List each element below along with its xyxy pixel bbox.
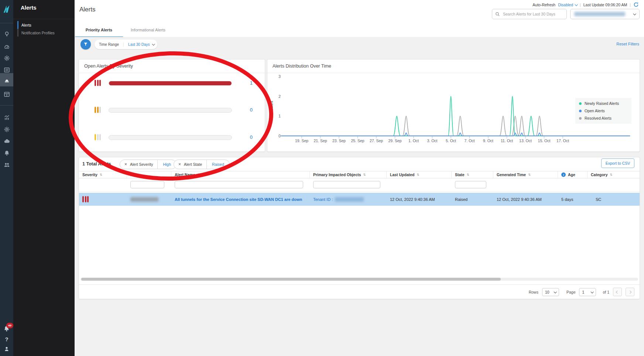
chevron-down-icon [152, 42, 155, 45]
severity-row[interactable]: 0 [79, 133, 265, 142]
primary-impacted-filter-input[interactable] [313, 181, 380, 188]
column-header-severity[interactable]: Severity ⇅ [79, 171, 127, 178]
x-tick-label: 9. Oct [479, 138, 498, 143]
search-box[interactable] [492, 9, 567, 19]
chevron-left-icon [616, 290, 619, 293]
filter-button[interactable] [80, 39, 91, 49]
user-group-icon [4, 162, 10, 168]
severity-count: 0 [238, 134, 253, 140]
funnel-icon [83, 42, 88, 47]
lightbulb-icon [4, 31, 10, 37]
column-header-id[interactable]: ID [127, 171, 171, 178]
sidebar-item-alerts[interactable]: Alerts [17, 21, 77, 29]
x-tick-label: 19. Sep [292, 138, 311, 143]
nav-dashboard[interactable] [3, 42, 10, 50]
x-tick-label: 3. Oct [423, 138, 442, 143]
severity-critical-icon [95, 80, 101, 86]
tenant-selector[interactable] [570, 9, 640, 19]
column-header-state[interactable]: State ⇅ [452, 171, 493, 178]
nav-dashboards[interactable] [3, 90, 10, 98]
separator: | [580, 3, 581, 7]
x-tick-label: 13. Oct [516, 138, 535, 143]
column-header-category[interactable]: Category ⇅ [588, 171, 640, 178]
tenant-name-redacted [574, 12, 625, 16]
x-tick-label: 25. Sep [348, 138, 367, 143]
column-header-alert-name[interactable]: Alert Name ⇅ [171, 171, 310, 178]
chip-value: Raised [206, 160, 229, 169]
column-header-generated-time[interactable]: Generated Time ⇅ [493, 171, 558, 178]
x-tick-label: 23. Sep [329, 138, 349, 143]
chevron-down-icon [575, 3, 578, 6]
sidebar-item-notification-profiles[interactable]: Notification Profiles [17, 29, 77, 37]
severity-row[interactable]: 0 [79, 105, 265, 115]
page-number-select[interactable]: 1 [579, 288, 596, 296]
column-header-age[interactable]: i Age [558, 171, 588, 178]
nav-cloud-services[interactable] [3, 137, 10, 145]
tab-informational-alerts[interactable]: Informational Alerts [123, 23, 173, 37]
sort-icon[interactable]: ⇅ [467, 173, 469, 177]
next-page-button[interactable] [626, 288, 634, 296]
nav-notifications[interactable] [3, 149, 10, 157]
open-alerts-by-severity-card: Open Alerts By Severity 1 0 0 [79, 59, 265, 152]
app-logo-icon [3, 4, 11, 13]
separator: | [630, 3, 631, 7]
page-number-value: 1 [582, 290, 584, 294]
chevron-down-icon [633, 12, 636, 15]
search-input[interactable] [502, 11, 564, 17]
legend-dot [579, 117, 582, 120]
close-icon[interactable]: × [174, 162, 184, 167]
column-header-last-updated[interactable]: Last Updated ⇅ [387, 171, 452, 178]
help-button[interactable]: ? [3, 335, 10, 343]
alert-name-filter-input[interactable] [175, 181, 303, 188]
id-filter-input[interactable] [130, 181, 164, 188]
horizontal-scrollbar-thumb[interactable] [81, 278, 501, 281]
severity-bar-track [109, 108, 232, 113]
sort-icon[interactable]: ⇅ [100, 173, 102, 177]
alert-name-link[interactable]: All tunnels for the Service Connection s… [175, 197, 302, 202]
sort-icon[interactable]: ⇅ [528, 173, 531, 177]
nav-settings[interactable] [3, 54, 10, 62]
nav-configuration[interactable] [3, 126, 10, 133]
layout-grid-icon [4, 91, 10, 97]
reset-filters-link[interactable]: Reset Filters [616, 42, 639, 46]
last-update-label: Last Update 09:06:20 AM [583, 3, 627, 7]
filter-chip-alert-severity[interactable]: × Alert Severity High [120, 160, 177, 169]
sort-icon[interactable]: ⇅ [363, 173, 366, 177]
nav-workflows[interactable] [3, 66, 10, 73]
table-row[interactable]: All tunnels for the Service Connection s… [79, 193, 640, 206]
bell-icon [4, 150, 10, 156]
state-filter-input[interactable] [455, 181, 486, 188]
alerts-sidebar: Alerts Alerts Notification Profiles [13, 0, 75, 356]
age-info-icon[interactable]: i [561, 172, 566, 177]
tab-bar: Priority Alerts Informational Alerts [75, 23, 644, 37]
auto-refresh-value: Disabled [558, 3, 573, 7]
close-icon[interactable]: × [120, 162, 130, 167]
column-label: ID [130, 172, 134, 177]
refresh-button[interactable] [633, 2, 639, 7]
time-range-filter[interactable]: Time Range Last 30 Days [95, 40, 157, 49]
severity-critical-icon [82, 196, 89, 202]
x-tick-label: 17. Oct [553, 138, 572, 143]
filter-bar: Time Range Last 30 Days Reset Filters [75, 37, 644, 52]
nav-reports[interactable] [3, 114, 10, 121]
nav-alerts-active[interactable] [3, 76, 10, 83]
nav-insights[interactable] [3, 30, 10, 38]
auto-refresh-dropdown[interactable]: Disabled [558, 3, 577, 7]
horizontal-scrollbar-track[interactable] [80, 278, 638, 281]
filter-chip-alert-state[interactable]: × Alert State Raised [174, 160, 230, 169]
time-range-value: Last 30 Days [128, 42, 150, 47]
sort-icon[interactable]: ⇅ [197, 173, 200, 177]
export-to-csv-button[interactable]: Export to CSV [601, 158, 634, 168]
user-profile-button[interactable] [3, 345, 10, 353]
tenant-id-label[interactable]: Tenant ID : [313, 197, 333, 202]
sort-icon[interactable]: ⇅ [610, 173, 613, 177]
tab-priority-alerts[interactable]: Priority Alerts [75, 23, 123, 38]
previous-page-button[interactable] [613, 288, 622, 296]
nav-user-management[interactable] [3, 161, 10, 168]
app-logo[interactable] [2, 4, 11, 14]
time-range-label: Time Range [95, 42, 123, 47]
sort-icon[interactable]: ⇅ [417, 173, 419, 177]
severity-row[interactable]: 1 [79, 78, 265, 88]
rows-per-page-select[interactable]: 10 [542, 288, 559, 296]
column-header-primary-impacted-objects[interactable]: Primary Impacted Objects ⇅ [310, 171, 387, 178]
